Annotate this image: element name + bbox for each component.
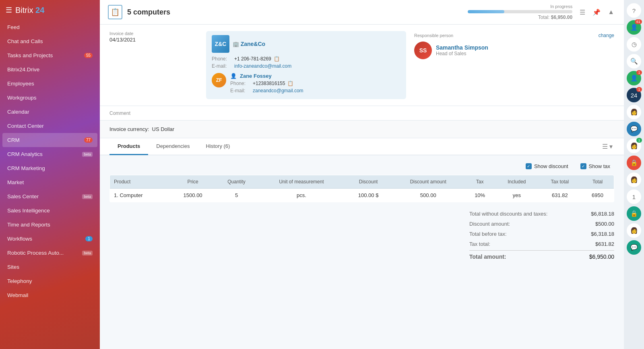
change-responsible-link[interactable]: change [599, 33, 614, 38]
table-cell-0-4: 100.00 $ [345, 189, 392, 202]
sidebar-item-contact-center[interactable]: Contact Center [0, 119, 100, 133]
totals-label-2: Total before tax: [469, 231, 507, 237]
contact-email[interactable]: zaneandco@gmail.com [253, 88, 303, 93]
sidebar-item-time-reports[interactable]: Time and Reports [0, 218, 100, 232]
col-header-3: Unit of measurement [258, 175, 345, 189]
sidebar-item-workflows[interactable]: Workflows1 [0, 232, 100, 246]
table-cell-0-6: 10% [464, 189, 495, 202]
table-cell-0-5: 500.00 [392, 189, 464, 202]
sidebar-item-sales-center[interactable]: Sales Centerbeta [0, 189, 100, 204]
sidebar-item-chat[interactable]: Chat and Calls [0, 34, 100, 48]
tabs: ProductsDependenciesHistory (6) [109, 138, 238, 155]
rp-badge-user1: 61 [635, 19, 642, 24]
company-email[interactable]: info-zaneandco@mail.com [234, 63, 291, 69]
sidebar-item-label: Sales Intelligence [7, 208, 50, 214]
contact-avatar: ZF [212, 73, 226, 87]
contact-person: ZF 👤 Zane Fossey Phone: +12383816155 📋 [212, 73, 400, 95]
rp-icon-num1[interactable]: 1 [627, 189, 641, 204]
company-phone-row: Phone: +1 206-781-8269 📋 [212, 56, 400, 62]
sidebar-item-label: CRM [7, 137, 20, 143]
rp-icon-avatar1[interactable]: 👩 [627, 105, 641, 119]
progress-label: In progress [468, 4, 572, 9]
hamburger-icon[interactable]: ☰ [6, 6, 12, 15]
tab-dependencies[interactable]: Dependencies [148, 138, 198, 155]
totals-row-1: Discount amount:$500.00 [469, 219, 614, 229]
rp-badge-avatar2: 1 [636, 138, 642, 143]
tabs-section: ProductsDependenciesHistory (6) ☰ ▾ [100, 138, 624, 155]
sidebar-item-feed[interactable]: Feed [0, 20, 100, 34]
table-row: 1. Computer1500.005pcs.100.00 $500.0010%… [110, 189, 614, 202]
company-name[interactable]: Zane&Co [241, 41, 265, 47]
contact-phone-copy-icon[interactable]: 📋 [287, 81, 293, 86]
tab-products[interactable]: Products [109, 138, 148, 155]
sidebar-item-sales-intelligence[interactable]: Sales Intelligence [0, 204, 100, 218]
contact-phone[interactable]: +12383816155 [253, 81, 285, 86]
company-phone[interactable]: +1 206-781-8269 [234, 56, 271, 62]
sidebar-item-label: Feed [7, 24, 20, 30]
rp-icon-chat[interactable]: 💬 [627, 122, 641, 136]
rp-icon-user1[interactable]: 👤61 [627, 20, 641, 35]
header-right: In progress Total: $6,950.00 ☰ 📌 ▲ [468, 4, 616, 20]
rp-icon-avatar2[interactable]: 👩1 [627, 139, 641, 153]
list-view-button[interactable]: ☰ [578, 7, 587, 18]
rp-icon-lock2[interactable]: 🔒 [627, 206, 641, 221]
sidebar-item-label: Calendar [7, 109, 29, 115]
sidebar-item-label: Workgroups [7, 95, 37, 101]
rp-icon-help[interactable]: ? [627, 3, 641, 18]
tab-history[interactable]: History (6) [198, 138, 238, 155]
rp-icon-user2[interactable]: 👤1 [627, 71, 641, 85]
show-tax-option[interactable]: ✓ Show tax [580, 163, 610, 169]
right-panel: ?👤61◷🔍👤1241👩💬👩1🔒👩1🔒👩💬 [624, 0, 644, 349]
sidebar-item-sites[interactable]: Sites [0, 260, 100, 274]
rp-icon-chat2[interactable]: 💬 [627, 240, 641, 255]
totals-value-4: $6,950.00 [589, 253, 614, 260]
progress-bar-fill [468, 10, 504, 13]
responsible-person: SS Samantha Simpson Head of Sales [414, 42, 614, 59]
invoice-title: 5 computers [127, 8, 170, 17]
col-header-2: Quantity [215, 175, 258, 189]
sidebar-item-employees[interactable]: Employees [0, 77, 100, 91]
rp-icon-b24[interactable]: 241 [627, 88, 641, 102]
rp-icon-avatar4[interactable]: 👩 [627, 223, 641, 238]
sidebar-item-tasks[interactable]: Tasks and Projects55 [0, 48, 100, 62]
collapse-button[interactable]: ▲ [606, 7, 616, 17]
total-label: Total: $6,950.00 [468, 15, 572, 20]
col-header-1: Price [171, 175, 215, 189]
phone-copy-icon[interactable]: 📋 [274, 56, 280, 62]
pin-button[interactable]: 📌 [591, 7, 602, 18]
sidebar-item-crm-analytics[interactable]: CRM Analyticsbeta [0, 147, 100, 161]
sidebar-item-crm[interactable]: CRM77 [2, 133, 97, 147]
rp-icon-clock[interactable]: ◷ [627, 37, 641, 52]
show-tax-checkbox[interactable]: ✓ [580, 163, 586, 169]
sidebar-badge: beta [82, 251, 93, 256]
show-discount-option[interactable]: ✓ Show discount [526, 163, 568, 169]
company-icon: 🏢 [233, 41, 241, 47]
rp-icon-search[interactable]: 🔍 [627, 54, 641, 69]
sidebar-item-telephony[interactable]: Telephony [0, 274, 100, 288]
sidebar-item-market[interactable]: Market [0, 175, 100, 189]
currency-label: Invoice currency: [109, 126, 149, 132]
responsible-name[interactable]: Samantha Simpson [436, 44, 488, 51]
sidebar-badge: 77 [84, 137, 93, 143]
invoice-body: Invoice date 04/13/2021 Z&C 🏢 Zane&Co Ph… [100, 25, 624, 349]
info-section: Invoice date 04/13/2021 Z&C 🏢 Zane&Co Ph… [100, 25, 624, 106]
sidebar-item-drive[interactable]: Bitrix24.Drive [0, 62, 100, 77]
tabs-menu-button[interactable]: ☰ ▾ [601, 141, 614, 152]
company-logo: Z&C [212, 35, 229, 53]
sidebar-item-crm-marketing[interactable]: CRM Marketing [0, 161, 100, 175]
contact-name[interactable]: Zane Fossey [240, 73, 272, 79]
rp-icon-avatar3[interactable]: 👩 [627, 172, 641, 187]
table-cell-0-2: 5 [215, 189, 258, 202]
comment-section: Comment [100, 106, 624, 120]
sidebar-item-workgroups[interactable]: Workgroups [0, 91, 100, 105]
totals-label-3: Tax total: [469, 241, 490, 247]
col-header-9: Total [581, 175, 614, 189]
sidebar-item-calendar[interactable]: Calendar [0, 105, 100, 119]
show-discount-checkbox[interactable]: ✓ [526, 163, 532, 169]
rp-icon-lock1[interactable]: 🔒 [627, 156, 641, 170]
sidebar-item-label: Time and Reports [7, 222, 50, 228]
invoice-title-row: 📋 5 computers [108, 5, 170, 19]
col-header-0: Product [110, 175, 171, 189]
sidebar-item-robotic[interactable]: Robotic Process Auto...beta [0, 246, 100, 260]
sidebar-item-webmail[interactable]: Webmail [0, 288, 100, 302]
